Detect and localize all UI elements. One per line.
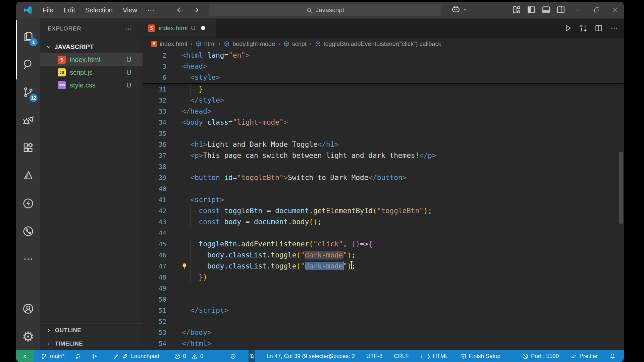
line-gutter[interactable]: 54	[143, 338, 182, 349]
menu-selection[interactable]: Selection	[80, 6, 118, 14]
customize-layout-icon[interactable]	[512, 5, 521, 14]
line-gutter[interactable]: 3	[143, 61, 182, 72]
line-gutter[interactable]: 44	[143, 228, 182, 239]
scm-graph-button[interactable]	[90, 353, 99, 360]
menu-file[interactable]: File	[38, 6, 58, 14]
back-arrow-icon[interactable]	[176, 6, 184, 14]
code-line-49[interactable]: 49	[143, 283, 624, 294]
file-row-style.css[interactable]: CSSstyle.cssU	[40, 79, 143, 92]
line-gutter[interactable]: 46	[143, 250, 182, 261]
code-line-51[interactable]: 51 </script>	[143, 305, 624, 316]
line-gutter[interactable]: 35	[143, 128, 182, 139]
code-line-40[interactable]: 40	[143, 183, 624, 194]
code-line-35[interactable]: 35	[143, 128, 624, 139]
menu-view[interactable]: View	[118, 6, 142, 14]
indentation-status[interactable]: Spaces: 2	[328, 353, 356, 360]
line-gutter[interactable]: 39	[143, 172, 182, 183]
line-gutter[interactable]: 2	[143, 50, 182, 61]
code-line-3[interactable]: 3<head>	[143, 61, 624, 72]
code-line-38[interactable]: 38	[143, 161, 624, 172]
sync-button[interactable]	[73, 353, 83, 360]
line-gutter[interactable]: 40	[143, 183, 182, 194]
line-gutter[interactable]: 32	[143, 95, 182, 106]
more-actions-icon[interactable]	[610, 24, 619, 33]
more-views-button[interactable]	[16, 245, 40, 273]
settings-button[interactable]: ⚙	[16, 322, 40, 350]
code-line-53[interactable]: 53</body>	[143, 327, 624, 338]
finish-setup-status[interactable]: Finish Setup	[459, 353, 502, 360]
line-gutter[interactable]: 42	[143, 205, 182, 217]
accounts-button[interactable]	[16, 295, 40, 322]
file-row-index.html[interactable]: 5index.htmlU	[40, 53, 143, 66]
code-line-48[interactable]: 48 })	[143, 272, 624, 283]
line-gutter[interactable]: 51	[143, 305, 182, 316]
code-area[interactable]: 2<html lang="en">3<head>6 <style> 31 }32…	[143, 50, 624, 350]
line-gutter[interactable]: 6	[143, 72, 182, 83]
code-line-36[interactable]: 36 <h1>Light and Dark Mode Toggle</h1>	[143, 139, 624, 150]
line-gutter[interactable]: 33	[143, 106, 182, 117]
code-line-47[interactable]: 47 body.classList.toggle("dark-mode");	[143, 261, 624, 272]
breadcrumb-item[interactable]: toggleBtn.addEventListener("click") call…	[315, 41, 441, 48]
line-gutter[interactable]: 34	[143, 117, 182, 128]
compare-changes-icon[interactable]	[579, 24, 588, 33]
forward-arrow-icon[interactable]	[191, 6, 200, 14]
eol-status[interactable]: CRLF	[392, 353, 410, 360]
folder-row-javascript[interactable]: JAVASCRIPT	[40, 41, 143, 53]
line-gutter[interactable]: 45	[143, 239, 182, 250]
line-gutter[interactable]: 37	[143, 150, 182, 161]
code-line-6[interactable]: 6 <style>	[143, 72, 624, 83]
problems-status[interactable]: 0 0	[173, 353, 205, 360]
code-line-32[interactable]: 32 </style>	[143, 95, 624, 106]
code-line-46[interactable]: 46 body.classList.toggle("dark-mode");	[143, 250, 624, 261]
explorer-more-button[interactable]: ⋯	[125, 25, 132, 33]
code-line-50[interactable]: 50	[143, 294, 624, 305]
line-gutter[interactable]: 52	[143, 316, 182, 327]
notifications-button[interactable]	[608, 353, 617, 360]
copilot-menu[interactable]	[451, 4, 468, 14]
line-gutter[interactable]: 38	[143, 161, 182, 172]
code-line-31[interactable]: 31 }	[143, 84, 624, 95]
code-line-33[interactable]: 33</head>	[143, 106, 624, 117]
run-button[interactable]	[564, 24, 572, 33]
port-status[interactable]: Port : 5500	[521, 353, 560, 360]
code-line-42[interactable]: 42 const toggleBtn = document.getElement…	[143, 205, 624, 217]
sidebar-item-git-extension[interactable]	[16, 217, 40, 245]
toggle-secondary-sidebar-icon[interactable]	[556, 5, 566, 14]
code-line-52[interactable]: 52	[143, 316, 624, 327]
toggle-sidebar-icon[interactable]	[527, 5, 536, 14]
line-gutter[interactable]: 50	[143, 294, 182, 305]
sidebar-item-extensions[interactable]	[16, 134, 40, 162]
screencast-indicator[interactable]	[228, 353, 238, 360]
zoom-indicator[interactable]	[249, 350, 255, 362]
code-line-45[interactable]: 45 toggleBtn.addEventListener("click", (…	[143, 239, 624, 250]
sidebar-item-search[interactable]	[16, 50, 40, 78]
code-line-55[interactable]: 55	[143, 349, 624, 350]
close-button[interactable]	[606, 2, 624, 18]
code-line-37[interactable]: 37 <p>This page can switch between light…	[143, 150, 624, 161]
language-status[interactable]: { } HTML	[419, 353, 450, 360]
code-line-2[interactable]: 2<html lang="en">	[143, 50, 624, 61]
line-gutter[interactable]: 49	[143, 283, 182, 294]
code-line-43[interactable]: 43 const body = document.body();	[143, 217, 624, 228]
menu-edit[interactable]: Edit	[58, 6, 80, 14]
prettier-status[interactable]: Prettier	[569, 353, 599, 360]
menu-more-button[interactable]: ⋯	[142, 6, 160, 14]
vertical-scrollbar[interactable]	[619, 152, 623, 224]
code-line-34[interactable]: 34<body class="light-mode">	[143, 117, 624, 128]
command-center-search[interactable]: Javascript	[209, 4, 441, 16]
code-line-41[interactable]: 41 <script>	[143, 194, 624, 205]
code-line-44[interactable]: 44	[143, 228, 624, 239]
minimize-button[interactable]	[570, 2, 588, 18]
line-gutter[interactable]: 55	[143, 349, 182, 350]
line-gutter[interactable]: 36	[143, 139, 182, 150]
breadcrumb-item[interactable]: script	[283, 41, 307, 48]
line-gutter[interactable]: 41	[143, 194, 182, 205]
line-gutter[interactable]: 48	[143, 272, 182, 283]
toggle-panel-icon[interactable]	[541, 5, 551, 14]
breadcrumb-item[interactable]: body.light-mode	[223, 41, 275, 48]
split-editor-icon[interactable]	[594, 24, 603, 33]
sidebar-item-prism-extension[interactable]	[16, 162, 40, 189]
timeline-section[interactable]: TIMELINE	[40, 337, 143, 350]
unsaved-dot-icon[interactable]	[201, 26, 205, 30]
file-row-script.js[interactable]: JSscript.jsU	[40, 66, 143, 79]
